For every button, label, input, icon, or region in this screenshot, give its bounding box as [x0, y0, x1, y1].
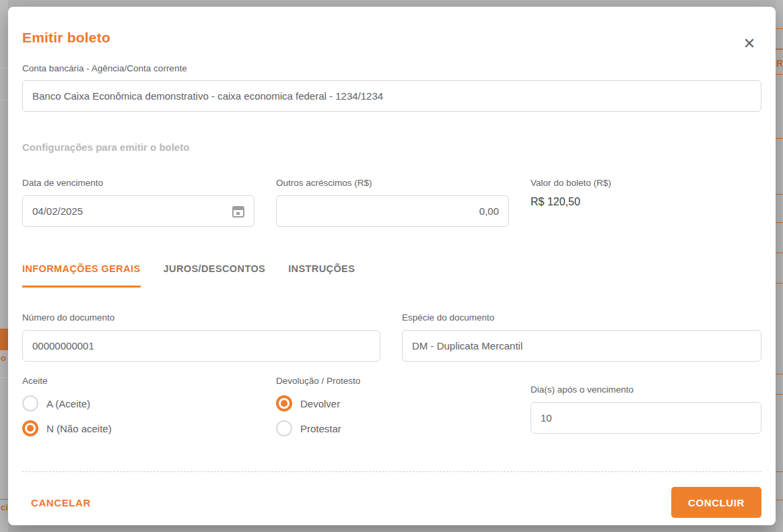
other-additions-field-group: Outros acréscimos (R$) [276, 178, 509, 227]
days-after-label: Dia(s) após o vencimento [531, 385, 761, 395]
bank-account-input[interactable] [22, 80, 761, 112]
background-divider [776, 194, 783, 195]
background-divider [776, 283, 783, 284]
background-page-fragment-left: o ci [0, 0, 8, 532]
confirm-button[interactable]: CONCLUIR [671, 487, 761, 518]
radio-button-selected-icon[interactable] [276, 395, 292, 411]
background-text-fragment: ci [1, 502, 8, 512]
due-date-input[interactable] [22, 195, 254, 227]
tab-bar: INFORMAÇÕES GERAIS JUROS/DESCONTOS INSTR… [22, 263, 761, 288]
document-number-input[interactable] [22, 330, 380, 362]
background-divider [776, 28, 783, 29]
tab-instrucoes[interactable]: INSTRUÇÕES [288, 263, 355, 288]
radio-devolver-label[interactable]: Devolver [300, 398, 340, 409]
radio-aceite-a[interactable]: A (Aceite) [22, 395, 254, 411]
background-divider [776, 222, 783, 223]
footer-divider [22, 471, 761, 472]
emitir-boleto-dialog: ✕ Emitir boleto Conta bancária - Agência… [8, 7, 776, 525]
accept-group-label: Aceite [22, 376, 254, 387]
background-text-fragment: R [776, 58, 783, 69]
background-divider [776, 48, 783, 50]
settings-section-label: Configurações para emitir o boleto [22, 141, 761, 153]
bank-account-field-group: Conta bancária - Agência/Conta corrente [22, 63, 761, 112]
protest-radio-group: Devolução / Protesto Devolver Protestar [276, 376, 509, 436]
radio-devolver[interactable]: Devolver [276, 395, 509, 411]
document-number-label: Número do documento [22, 312, 380, 323]
background-divider [0, 377, 8, 378]
days-after-field-group: Dia(s) após o vencimento [531, 376, 761, 436]
background-divider [776, 374, 783, 374]
radio-button-icon[interactable] [276, 420, 292, 436]
radio-protestar[interactable]: Protestar [276, 420, 509, 436]
bank-account-label: Conta bancária - Agência/Conta corrente [22, 63, 761, 74]
document-row: Número do documento Espécie do documento [22, 312, 761, 362]
cancel-button[interactable]: CANCELAR [22, 492, 99, 514]
other-additions-label: Outros acréscimos (R$) [276, 178, 509, 189]
background-divider [776, 253, 783, 253]
other-additions-input[interactable] [276, 195, 509, 227]
accept-radio-group: Aceite A (Aceite) N (Não aceite) [22, 376, 254, 436]
background-divider [0, 100, 8, 100]
calendar-icon[interactable] [230, 203, 246, 220]
protest-group-label: Devolução / Protesto [276, 376, 509, 387]
background-divider [776, 74, 783, 75]
radio-aceite-a-label[interactable]: A (Aceite) [46, 398, 90, 409]
config-row: Data de vencimento Outros acréscimos (R$… [22, 178, 761, 227]
document-type-field-group: Espécie do documento [402, 312, 761, 362]
document-type-input[interactable] [402, 330, 761, 362]
background-orange-block [0, 329, 8, 350]
boleto-value-text: R$ 120,50 [531, 196, 761, 208]
dialog-title: Emitir boleto [22, 30, 761, 46]
background-page-fragment-right: R [776, 0, 783, 532]
radio-button-icon[interactable] [22, 395, 38, 411]
document-type-label: Espécie do documento [402, 312, 761, 323]
due-date-label: Data de vencimento [22, 178, 254, 189]
radio-aceite-n-label[interactable]: N (Não aceite) [46, 423, 112, 434]
tab-juros-descontos[interactable]: JUROS/DESCONTOS [164, 263, 266, 288]
boleto-value-group: Valor do boleto (R$) R$ 120,50 [531, 178, 761, 227]
background-divider [776, 394, 783, 395]
boleto-value-label: Valor do boleto (R$) [531, 178, 761, 189]
background-divider [776, 138, 783, 139]
options-row: Aceite A (Aceite) N (Não aceite) Devoluç… [22, 376, 761, 436]
close-icon[interactable]: ✕ [741, 35, 758, 53]
radio-protestar-label[interactable]: Protestar [300, 423, 341, 434]
radio-button-selected-icon[interactable] [22, 420, 38, 436]
document-number-field-group: Número do documento [22, 312, 380, 362]
background-divider [0, 67, 8, 68]
radio-aceite-n[interactable]: N (Não aceite) [22, 420, 254, 436]
background-divider [776, 500, 783, 500]
days-after-input[interactable] [531, 402, 761, 434]
tab-informacoes-gerais[interactable]: INFORMAÇÕES GERAIS [22, 263, 141, 288]
due-date-field-group: Data de vencimento [22, 178, 254, 227]
dialog-footer: CANCELAR CONCLUIR [22, 487, 761, 518]
background-divider [776, 471, 783, 472]
background-text-fragment: o [1, 353, 6, 363]
background-divider [0, 499, 8, 500]
